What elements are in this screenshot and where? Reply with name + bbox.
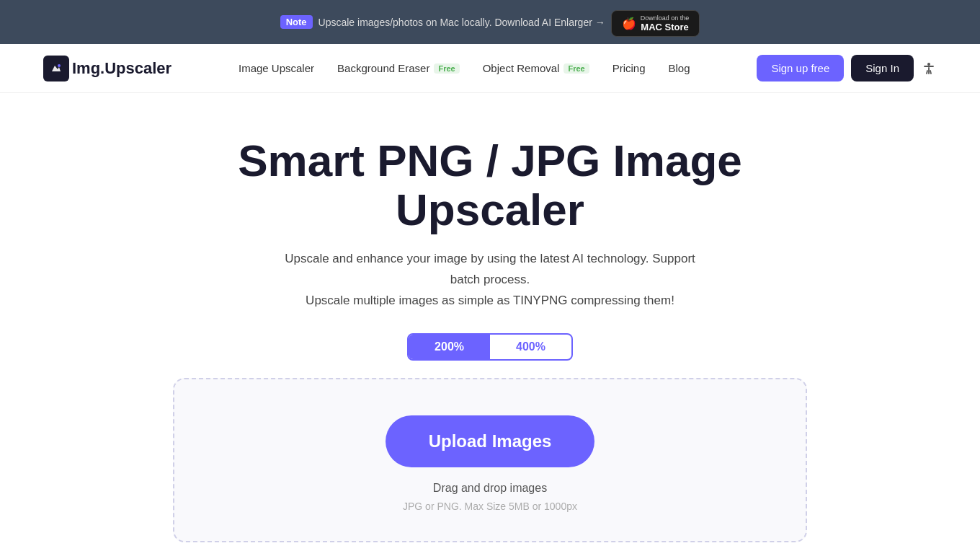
nav-pricing-label: Pricing [612, 62, 646, 74]
scale-toggle: 200% 400% [407, 333, 573, 361]
accessibility-icon [921, 61, 937, 76]
file-info-text: JPG or PNG. Max Size 5MB or 1000px [189, 501, 791, 512]
banner-message: Upscale images/photos on Mac locally. Do… [318, 17, 605, 28]
nav-image-upscaler-label: Image Upscaler [239, 62, 314, 74]
accessibility-button[interactable] [921, 61, 937, 76]
mac-store-link[interactable]: 🍎 Download on the MAC Store [611, 10, 700, 37]
upload-button[interactable]: Upload Images [386, 415, 595, 467]
apple-icon: 🍎 [622, 17, 636, 30]
mac-store-pre: Download on the [641, 14, 690, 22]
svg-point-1 [58, 64, 61, 67]
hero-title: Smart PNG / JPG Image Upscaler [166, 136, 814, 234]
signin-button[interactable]: Sign In [851, 55, 914, 81]
nav-background-eraser-label: Background Eraser [337, 62, 429, 74]
navbar: Img.Upscaler Image Upscaler Background E… [0, 44, 980, 93]
top-banner: Note Upscale images/photos on Mac locall… [0, 0, 980, 44]
logo-text: Img.Upscaler [72, 59, 172, 78]
scale-200-button[interactable]: 200% [409, 335, 490, 359]
nav-background-eraser[interactable]: Background Eraser Free [337, 62, 460, 74]
logo-icon [43, 56, 69, 81]
hero-subtitle-line1: Upscale and enhance your image by using … [285, 252, 695, 286]
nav-actions: Sign up free Sign In [757, 55, 937, 81]
hero-section: Smart PNG / JPG Image Upscaler Upscale a… [0, 93, 980, 551]
mac-store-name: MAC Store [641, 22, 690, 32]
signup-button[interactable]: Sign up free [757, 55, 844, 81]
note-badge: Note [280, 15, 313, 29]
svg-point-2 [927, 63, 930, 66]
object-removal-badge: Free [564, 63, 589, 74]
hero-subtitle: Upscale and enhance your image by using … [274, 249, 706, 312]
logo[interactable]: Img.Upscaler [43, 56, 172, 81]
hero-subtitle-line2: Upscale multiple images as simple as TIN… [306, 294, 674, 307]
nav-object-removal[interactable]: Object Removal Free [483, 62, 589, 74]
scale-400-button[interactable]: 400% [490, 335, 571, 359]
nav-links: Image Upscaler Background Eraser Free Ob… [239, 62, 690, 74]
nav-blog[interactable]: Blog [669, 62, 690, 74]
mac-store-text-wrapper: Download on the MAC Store [641, 14, 690, 32]
nav-object-removal-label: Object Removal [483, 62, 560, 74]
upload-area[interactable]: Upload Images Drag and drop images JPG o… [173, 378, 807, 542]
nav-pricing[interactable]: Pricing [612, 62, 646, 74]
drag-drop-text: Drag and drop images [189, 482, 791, 495]
background-eraser-badge: Free [434, 63, 459, 74]
nav-blog-label: Blog [669, 62, 690, 74]
nav-image-upscaler[interactable]: Image Upscaler [239, 62, 314, 74]
